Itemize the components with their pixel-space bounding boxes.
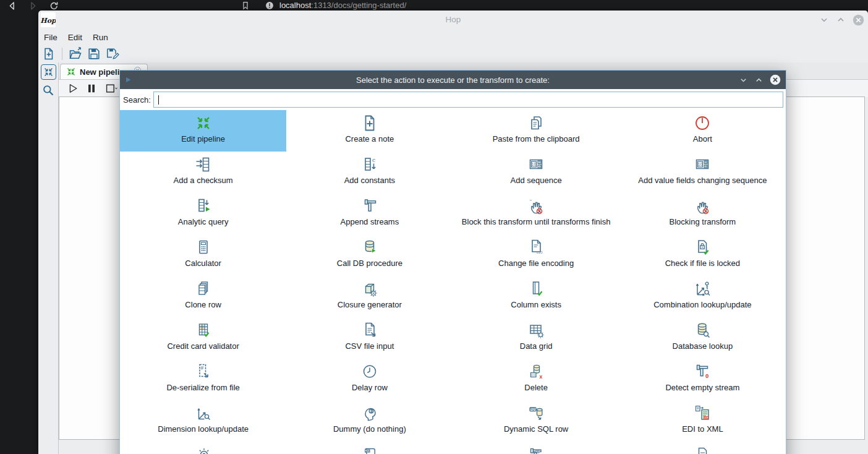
transform-item[interactable]: Delay row [286, 359, 453, 400]
transform-item[interactable]: Credit card validator [120, 317, 286, 359]
dialog-controls [739, 71, 781, 89]
closure-generator-icon [360, 279, 380, 299]
sql-scroll-icon: SQL [360, 445, 380, 454]
add-sequence-icon: 1089 [526, 155, 546, 174]
transform-item[interactable]: Combination lookup/update [619, 276, 786, 317]
transform-label: Column exists [511, 300, 561, 309]
open-file-icon[interactable] [69, 47, 82, 61]
transform-item[interactable]: #De-serialize from file [120, 359, 286, 400]
bookmark-icon[interactable] [241, 1, 250, 10]
transform-item[interactable]: Abort [619, 110, 786, 152]
svg-text:8: 8 [538, 161, 540, 164]
transform-item[interactable]: TSQL [453, 442, 619, 454]
toolbar-separator [62, 48, 62, 60]
transform-item[interactable]: SQLDynamic SQL row [453, 400, 619, 442]
dialog-title: Select the action to execute or the tran… [120, 75, 786, 85]
create-note-icon [360, 113, 380, 133]
transform-item[interactable]: Closure generator [286, 276, 453, 317]
transform-item[interactable]: Column exists [453, 276, 619, 317]
search-perspective-icon[interactable] [42, 84, 54, 96]
transform-item[interactable]: CSV file input [286, 317, 453, 359]
transform-item[interactable]: Check if file is locked [619, 234, 786, 276]
dynamic-sql-icon: SQL [526, 403, 546, 423]
transform-label: Dimension lookup/update [158, 424, 249, 434]
svg-text:10: 10 [698, 162, 703, 166]
forward-icon[interactable] [28, 1, 38, 11]
transform-label: Paste from the clipboard [493, 134, 580, 143]
transform-item[interactable] [120, 442, 286, 454]
address-bar[interactable]: localhost:1313/docs/getting-started/ [279, 0, 406, 11]
chevron-up-icon[interactable] [836, 15, 846, 25]
menu-run[interactable]: Run [93, 33, 108, 42]
transform-item[interactable]: Call DB procedure [286, 234, 453, 276]
dialog-header[interactable]: Select the action to execute or the tran… [120, 71, 786, 89]
menu-edit[interactable]: Edit [68, 33, 82, 42]
credit-card-icon [194, 320, 213, 340]
delay-row-icon [360, 362, 380, 382]
transform-label: Data grid [520, 341, 553, 351]
new-file-icon[interactable] [42, 47, 56, 61]
transform-item[interactable]: Add a checksum [120, 152, 286, 193]
pipeline-tab-icon [66, 67, 76, 77]
dialog-close-icon[interactable] [770, 74, 781, 85]
transform-label: Credit card validator [167, 341, 239, 351]
transform-item[interactable]: SQL [286, 442, 453, 454]
transform-item[interactable]: 1089Add value fields changing sequence [619, 152, 786, 193]
back-icon[interactable] [7, 1, 17, 11]
run-icon[interactable] [67, 82, 79, 95]
transform-item[interactable]: Database lookup [619, 317, 786, 359]
transform-item[interactable]: Calculator [120, 234, 286, 276]
transform-label: Database lookup [673, 341, 733, 351]
transform-label: Edit pipeline [181, 134, 225, 143]
url-path: :1313/docs/getting-started/ [311, 1, 406, 10]
site-info-icon[interactable] [265, 1, 274, 10]
calculator-icon [194, 238, 213, 257]
stop-icon[interactable] [104, 82, 119, 95]
chevron-up-light-icon[interactable] [754, 75, 764, 85]
save-file-icon[interactable] [87, 47, 101, 61]
transform-item[interactable]: "Block this transform until transforms f… [453, 193, 619, 234]
transform-item[interactable]: Dummy (do nothing) [286, 400, 453, 442]
transform-item[interactable]: Edit pipeline [120, 110, 286, 152]
transform-item[interactable]: 0Detect empty stream [619, 359, 786, 400]
transform-item[interactable]: Append streams [286, 193, 453, 234]
transform-item[interactable]: 010Change file encoding [453, 234, 619, 276]
transform-item[interactable]: Clone row [120, 276, 286, 317]
chevron-down-icon[interactable] [819, 15, 829, 25]
transform-item[interactable]: cAdd constants [286, 152, 453, 193]
transform-item[interactable]: Analytic query [120, 193, 286, 234]
transform-label: Calculator [185, 259, 221, 268]
transform-item[interactable]: 1089Add sequence [453, 152, 619, 193]
transform-label: Add constants [344, 176, 395, 185]
save-as-icon[interactable] [106, 47, 119, 61]
edi-to-xml-icon: XML [692, 403, 712, 423]
transform-label: De-serialize from file [166, 383, 239, 392]
window-controls [819, 11, 864, 29]
refresh-icon[interactable] [49, 1, 59, 11]
transform-label: Block this transform until transforms fi… [462, 217, 611, 226]
svg-text:0: 0 [705, 372, 708, 379]
transform-item[interactable]: XMLEDI to XML [619, 400, 786, 442]
search-input[interactable] [153, 92, 783, 108]
data-orchestration-icon[interactable] [41, 64, 56, 80]
main-toolbar [38, 45, 119, 62]
transform-item[interactable]: Paste from the clipboard [453, 110, 619, 152]
add-constants-icon: c [360, 155, 380, 174]
search-row: Search: [120, 89, 786, 110]
transform-item[interactable]: Dimension lookup/update [120, 400, 286, 442]
combination-lookup-icon [692, 279, 712, 299]
transform-item[interactable]: Data grid [453, 317, 619, 359]
transform-item[interactable] [619, 442, 786, 454]
chevron-down-light-icon[interactable] [739, 75, 748, 85]
desktop: { "browser": { "url_host": "localhost", … [0, 0, 868, 454]
transform-label: Check if file is locked [665, 259, 740, 268]
append-streams-icon [360, 196, 380, 216]
menu-file[interactable]: File [44, 33, 57, 42]
transform-item[interactable]: xDelete [453, 359, 619, 400]
transform-item[interactable]: Create a note [286, 110, 453, 152]
window-close-icon[interactable] [853, 14, 864, 26]
transform-label: Add sequence [511, 176, 562, 185]
pause-icon[interactable] [85, 82, 98, 95]
doc-icon [692, 445, 712, 454]
transform-item[interactable]: Blocking transform [619, 193, 786, 234]
